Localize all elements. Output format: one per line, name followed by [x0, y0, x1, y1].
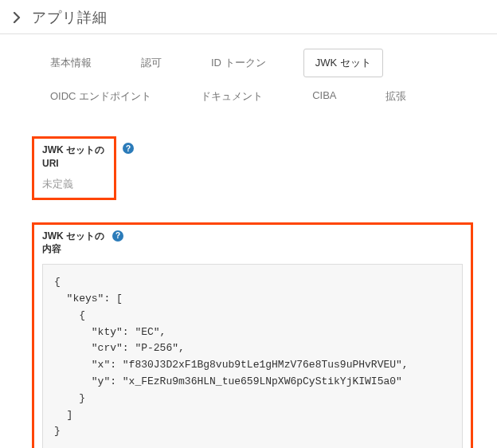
tab-authorization[interactable]: 認可: [129, 49, 174, 77]
help-icon[interactable]: ?: [112, 230, 123, 242]
jwk-content-highlight: JWK セットの内容 ? { "keys": [ { "kty": "EC", …: [32, 222, 473, 448]
tab-basic-info[interactable]: 基本情報: [38, 49, 104, 77]
content-area: JWK セットの URI 未定義 ? JWK セットの内容 ? { "keys"…: [0, 117, 497, 448]
tab-jwk-set[interactable]: JWK セット: [303, 49, 383, 77]
help-icon[interactable]: ?: [123, 143, 134, 154]
jwk-uri-value: 未定義: [42, 177, 106, 191]
tabs-row: 基本情報 認可 ID トークン JWK セット OIDC エンドポイント ドキュ…: [0, 34, 497, 117]
tab-document[interactable]: ドキュメント: [189, 82, 275, 111]
chevron-right-icon[interactable]: [10, 10, 24, 25]
page-title: アプリ詳細: [32, 8, 108, 27]
page-header: アプリ詳細: [0, 0, 497, 33]
tab-id-token[interactable]: ID トークン: [199, 49, 278, 77]
jwk-uri-heading: JWK セットの URI: [42, 143, 106, 171]
section-jwk-content: JWK セットの内容 ? { "keys": [ { "kty": "EC", …: [32, 222, 473, 448]
tab-extension[interactable]: 拡張: [374, 82, 418, 111]
jwk-content-heading: JWK セットの内容: [42, 230, 106, 257]
jwk-content-code: { "keys": [ { "kty": "EC", "crv": "P-256…: [42, 264, 463, 448]
jwk-uri-highlight: JWK セットの URI 未定義: [32, 136, 116, 200]
tab-ciba[interactable]: CIBA: [300, 82, 348, 111]
section-jwk-uri: JWK セットの URI 未定義 ?: [32, 136, 473, 200]
tab-oidc-endpoint[interactable]: OIDC エンドポイント: [38, 82, 163, 111]
